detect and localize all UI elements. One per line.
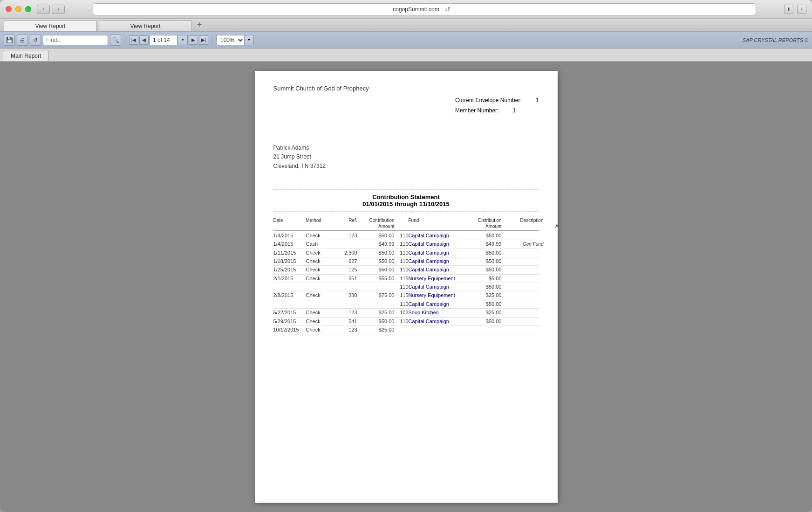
member-info-block: Current Envelope Number: 1 Member Number… bbox=[273, 96, 539, 116]
td-fund: Capital Campaign bbox=[409, 241, 464, 248]
table-row: 2/1/2015 Check 551 $55.00 115 Nursery Eq… bbox=[273, 275, 539, 283]
print-button[interactable]: 🖨 bbox=[17, 35, 28, 46]
table-row: 1/11/2015 Check 2,300 $50.00 110 Capital… bbox=[273, 249, 539, 257]
minimize-button[interactable] bbox=[15, 6, 21, 12]
col-goods-amt: GoodsAmount bbox=[544, 217, 558, 229]
toolbar: 💾 🖨 ↺ 🔍 |◀ ◀ 1 of 14 ▼ ▶ ▶| 100% 75% 125… bbox=[0, 32, 812, 48]
traffic-lights bbox=[6, 6, 31, 12]
report-title: Contribution Statement bbox=[273, 194, 539, 201]
page-dropdown-button[interactable]: ▼ bbox=[178, 35, 188, 45]
tab-view-report-2[interactable]: View Report bbox=[99, 20, 192, 31]
td-goods-amt: $0.00 bbox=[544, 284, 558, 291]
td-amount: $75.00 bbox=[357, 292, 395, 299]
td-date: 5/29/2015 bbox=[273, 318, 306, 325]
td-code: 110 bbox=[395, 258, 409, 265]
td-ref: 123 bbox=[334, 309, 357, 316]
td-dist: $25.00 bbox=[464, 309, 502, 316]
member-info: Current Envelope Number: 1 Member Number… bbox=[455, 96, 539, 116]
export-button[interactable]: 💾 bbox=[4, 35, 15, 46]
td-fund: Capital Campaign bbox=[409, 249, 464, 256]
person-name: Patrick Adams bbox=[273, 144, 539, 152]
td-goods-amt: $0.00 bbox=[544, 266, 558, 273]
td-fund: Nursery Equipement bbox=[409, 292, 464, 299]
next-page-button[interactable]: ▶ bbox=[189, 35, 198, 45]
prev-page-button[interactable]: ◀ bbox=[139, 35, 149, 45]
url-bar[interactable]: cogopSummit.com ↺ bbox=[93, 3, 756, 15]
table-row: 1/4/2015 Cash $49.99 110 Capital Campaig… bbox=[273, 240, 539, 249]
address-line1: 21 Jump Street bbox=[273, 152, 539, 161]
col-code bbox=[395, 217, 409, 229]
td-dist: $50.00 bbox=[464, 266, 502, 273]
report-dates: 01/01/2015 through 11/10/2015 bbox=[273, 201, 539, 208]
td-ref: 627 bbox=[334, 258, 357, 265]
td-method: Check bbox=[306, 292, 334, 299]
share-button[interactable]: ⬆ bbox=[784, 5, 793, 14]
td-amount: $55.00 bbox=[357, 275, 395, 282]
report-tab-main[interactable]: Main Report bbox=[3, 50, 49, 61]
td-date: 1/11/2015 bbox=[273, 249, 306, 256]
last-page-button[interactable]: ▶| bbox=[199, 35, 208, 45]
td-dist: $50.00 bbox=[464, 249, 502, 256]
table-row: 1/18/2015 Check 627 $50.00 110 Capital C… bbox=[273, 257, 539, 266]
td-date: 1/4/2015 bbox=[273, 232, 306, 239]
td-method: Check bbox=[306, 232, 334, 239]
td-ref: 123 bbox=[334, 232, 357, 239]
td-code: 110 bbox=[395, 301, 409, 308]
member-value: 1 bbox=[512, 106, 516, 116]
td-dist: $5.00 bbox=[464, 275, 502, 282]
td-goods-amt: $0.00 bbox=[544, 249, 558, 256]
td-code: 110 bbox=[395, 232, 409, 239]
td-goods-amt: $0.00 bbox=[544, 258, 558, 265]
close-button[interactable] bbox=[6, 6, 12, 12]
find-input[interactable] bbox=[43, 35, 108, 45]
tab-view-report-1[interactable]: View Report bbox=[4, 20, 97, 31]
td-ref: 551 bbox=[334, 275, 357, 282]
td-ref: 123 bbox=[334, 326, 357, 333]
td-code: 115 bbox=[395, 292, 409, 299]
report-tabs: Main Report bbox=[0, 48, 812, 62]
back-button[interactable]: ‹ bbox=[37, 5, 50, 14]
td-amount: $25.00 bbox=[357, 326, 395, 333]
td-code: 110 bbox=[395, 284, 409, 291]
td-desc: Gen Fund bbox=[502, 241, 544, 248]
td-fund: Nursery Equipement bbox=[409, 275, 464, 282]
td-amount: $50.00 bbox=[357, 266, 395, 273]
new-tab-button[interactable]: + bbox=[797, 5, 806, 14]
find-search-button[interactable]: 🔍 bbox=[110, 35, 121, 46]
td-fund: Capital Campaign bbox=[409, 258, 464, 265]
zoom-select[interactable]: 100% 75% 125% bbox=[216, 35, 245, 45]
col-method: Method bbox=[306, 217, 334, 229]
td-date: 2/8/2015 bbox=[273, 292, 306, 299]
url-text: cogopSummit.com bbox=[393, 6, 439, 13]
td-dist: $25.00 bbox=[464, 292, 502, 299]
td-method: Check bbox=[306, 258, 334, 265]
reload-button[interactable]: ↺ bbox=[443, 5, 452, 14]
td-dist: $50.00 bbox=[464, 258, 502, 265]
td-amount: $50.00 bbox=[357, 232, 395, 239]
table-row: 10/12/2015 Check 123 $25.00 bbox=[273, 326, 539, 334]
td-dist: $49.99 bbox=[464, 241, 502, 248]
table-row: 5/29/2015 Check 541 $50.00 110 Capital C… bbox=[273, 318, 539, 326]
td-method: Check bbox=[306, 249, 334, 256]
tab-bar: View Report View Report + bbox=[0, 19, 812, 32]
table-row: 110 Capital Campaign $50.00 $0.00 bbox=[273, 300, 539, 309]
td-method: Check bbox=[306, 318, 334, 325]
td-dist: $50.00 bbox=[464, 232, 502, 239]
zoom-dropdown-button[interactable]: ▼ bbox=[245, 35, 254, 45]
td-amount: $50.00 bbox=[357, 249, 395, 256]
td-goods-amt: $0.00 bbox=[544, 309, 558, 316]
td-fund: Capital Campaign bbox=[409, 318, 464, 325]
col-fund: Fund bbox=[409, 217, 464, 229]
maximize-button[interactable] bbox=[25, 6, 31, 12]
td-ref: 330 bbox=[334, 292, 357, 299]
first-page-button[interactable]: |◀ bbox=[129, 35, 138, 45]
envelope-label: Current Envelope Number: bbox=[455, 96, 522, 106]
td-date: 5/22/2015 bbox=[273, 309, 306, 316]
td-dist: $50.00 bbox=[464, 318, 502, 325]
td-date: 1/25/2015 bbox=[273, 266, 306, 273]
crystal-brand: SAP CRYSTAL REPORTS ® bbox=[743, 37, 808, 43]
page-indicator: 1 of 14 bbox=[150, 35, 177, 45]
forward-button[interactable]: › bbox=[52, 5, 65, 14]
refresh-button[interactable]: ↺ bbox=[30, 35, 41, 46]
new-tab-add-button[interactable]: + bbox=[194, 21, 205, 30]
